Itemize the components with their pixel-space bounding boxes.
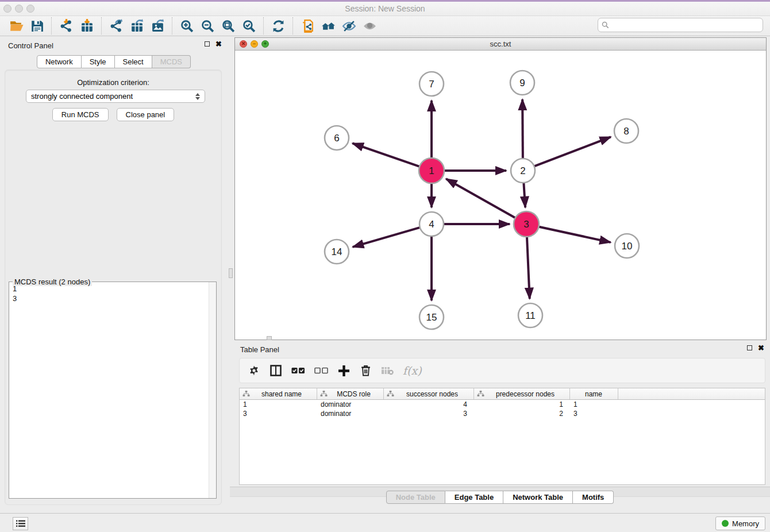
cell-MCDS-role[interactable]: dominator	[317, 409, 384, 418]
cell-predecessor-nodes[interactable]: 1	[474, 400, 570, 409]
panel-splitter-handle[interactable]	[229, 268, 233, 278]
graph-edge-3-1[interactable]	[446, 179, 517, 218]
graph-node-10[interactable]: 10	[615, 234, 639, 258]
tab-edge-table[interactable]: Edge Table	[445, 491, 503, 504]
network-view-frame: ✕ − + scc.txt 7968124314101511	[234, 37, 767, 340]
export-network-button[interactable]	[106, 17, 126, 34]
add-column-button[interactable]	[337, 364, 350, 377]
graph-node-14[interactable]: 14	[325, 240, 349, 264]
svg-text:9: 9	[519, 78, 525, 88]
column-header-MCDS-role[interactable]: MCDS role	[317, 388, 384, 399]
show-all-networks-button[interactable]	[318, 17, 338, 34]
toolbar-separator	[263, 17, 264, 34]
export-table-icon	[130, 19, 144, 33]
export-image-icon	[151, 19, 165, 33]
graph-node-9[interactable]: 9	[510, 71, 534, 95]
import-network-button[interactable]	[56, 17, 76, 34]
column-tree-icon	[387, 391, 394, 397]
column-manager-button[interactable]	[270, 364, 282, 377]
search-input[interactable]	[611, 20, 759, 30]
cell-name[interactable]: 1	[570, 400, 618, 409]
table-row[interactable]: 1dominator411	[240, 400, 765, 409]
graph-node-1[interactable]: 1	[419, 158, 444, 183]
select-all-button[interactable]	[291, 364, 305, 377]
column-header-name[interactable]: name	[570, 388, 618, 399]
control-panel-header: Control Panel ✖	[0, 36, 228, 52]
tab-node-table[interactable]: Node Table	[386, 491, 445, 504]
tab-style[interactable]: Style	[82, 55, 115, 68]
column-tree-icon	[477, 391, 484, 397]
node-table[interactable]: shared nameMCDS rolesuccessor nodesprede…	[239, 388, 765, 485]
table-row[interactable]: 3dominator323	[240, 409, 765, 418]
cell-shared-name[interactable]: 1	[240, 400, 317, 409]
graph-node-3[interactable]: 3	[514, 211, 539, 237]
task-history-button[interactable]	[13, 517, 28, 530]
close-panel-icon[interactable]: ✖	[215, 41, 222, 47]
export-image-button[interactable]	[147, 17, 168, 34]
column-header-shared-name[interactable]: shared name	[240, 388, 317, 399]
graph-node-6[interactable]: 6	[325, 126, 349, 150]
graph-edge-3-10[interactable]	[537, 226, 611, 242]
result-line: 1	[13, 284, 205, 294]
graph-node-15[interactable]: 15	[419, 305, 444, 329]
close-table-panel-icon[interactable]: ✖	[758, 345, 764, 350]
zoom-fit-button[interactable]	[218, 17, 238, 34]
cell-predecessor-nodes[interactable]: 2	[474, 409, 570, 418]
graph-edge-4-14[interactable]	[353, 227, 421, 247]
tab-mcds[interactable]: MCDS	[152, 55, 191, 68]
import-table-button[interactable]	[76, 17, 97, 34]
graph-node-4[interactable]: 4	[419, 212, 444, 236]
graph-edge-2-3[interactable]	[523, 182, 525, 207]
cell-successor-nodes[interactable]: 3	[384, 409, 474, 418]
graph-node-8[interactable]: 8	[614, 119, 638, 143]
graph-edge-1-6[interactable]	[352, 143, 421, 167]
float-panel-icon[interactable]	[205, 41, 210, 47]
cell-shared-name[interactable]: 3	[240, 409, 317, 418]
tab-network-table[interactable]: Network Table	[503, 491, 573, 504]
zoom-out-button[interactable]	[197, 17, 218, 34]
graph-node-7[interactable]: 7	[419, 72, 444, 96]
app-window: Session: New Session Control Panel ✖ Net…	[0, 0, 770, 532]
svg-text:11: 11	[525, 310, 536, 321]
cell-name[interactable]: 3	[570, 409, 618, 418]
network-file-button[interactable]	[297, 17, 318, 34]
graph-edge-3-11[interactable]	[527, 235, 530, 299]
svg-text:15: 15	[426, 312, 437, 323]
hide-graphics-details-button[interactable]	[338, 17, 359, 34]
result-scrollbar[interactable]	[209, 282, 216, 498]
settings-gear-button[interactable]	[248, 364, 260, 377]
tab-network[interactable]: Network	[37, 55, 82, 68]
optimization-criterion-select[interactable]: strongly connected component	[26, 90, 205, 103]
tab-motifs[interactable]: Motifs	[573, 491, 614, 504]
cell-MCDS-role[interactable]: dominator	[317, 400, 384, 409]
window-titlebar: Session: New Session	[0, 2, 770, 16]
export-table-button[interactable]	[126, 17, 147, 34]
search-box[interactable]	[598, 18, 763, 32]
svg-text:14: 14	[332, 246, 342, 257]
delete-column-button[interactable]	[359, 364, 372, 377]
mcds-result-text[interactable]: 13	[9, 282, 209, 498]
unselect-all-button[interactable]	[314, 364, 328, 377]
network-frame-titlebar[interactable]: ✕ − + scc.txt	[235, 38, 766, 51]
graph-edge-2-8[interactable]	[533, 137, 611, 167]
graph-edge-2-9[interactable]	[522, 99, 523, 160]
table-splitter-handle[interactable]	[267, 336, 272, 340]
zoom-in-button[interactable]	[176, 17, 197, 34]
zoom-selected-button[interactable]	[238, 17, 259, 34]
network-canvas[interactable]: 7968124314101511	[235, 51, 766, 340]
graph-node-11[interactable]: 11	[518, 303, 542, 327]
show-graphics-details-button[interactable]	[359, 17, 380, 34]
graph-node-2[interactable]: 2	[511, 159, 535, 183]
save-session-button[interactable]	[26, 17, 47, 34]
column-header-successor-nodes[interactable]: successor nodes	[384, 388, 474, 399]
close-panel-button[interactable]: Close panel	[117, 108, 175, 121]
open-session-button[interactable]	[6, 17, 26, 34]
control-panel-tabs: NetworkStyleSelectMCDS	[0, 55, 228, 68]
column-header-predecessor-nodes[interactable]: predecessor nodes	[474, 388, 570, 399]
refresh-layout-button[interactable]	[268, 17, 288, 34]
cell-successor-nodes[interactable]: 4	[384, 400, 474, 409]
tab-select[interactable]: Select	[115, 55, 152, 68]
run-mcds-button[interactable]: Run MCDS	[52, 108, 109, 121]
memory-button[interactable]: Memory	[715, 516, 765, 530]
float-table-panel-icon[interactable]	[747, 345, 752, 350]
